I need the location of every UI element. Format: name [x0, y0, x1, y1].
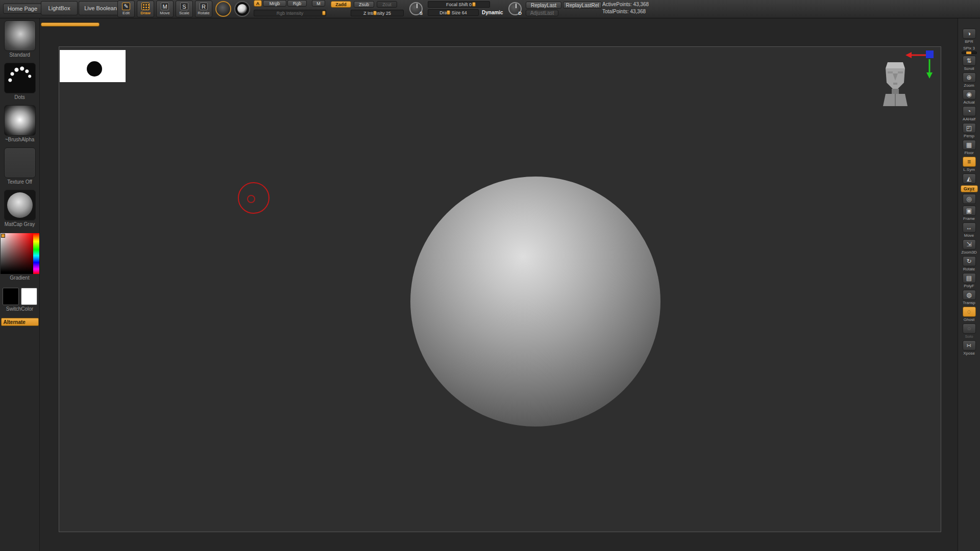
move-button[interactable]: M Move — [156, 1, 174, 17]
material-thumbnail[interactable] — [4, 190, 36, 220]
alpha-preview-card[interactable] — [60, 50, 126, 82]
stroke-dial[interactable]: S — [409, 2, 423, 15]
texture-label: Texture Off — [0, 179, 40, 185]
rotate-button[interactable]: R Rotate — [195, 1, 212, 17]
color-picker[interactable] — [1, 233, 39, 274]
move-label: Move — [160, 11, 170, 15]
gxyz-pill[interactable]: Gxyz — [961, 185, 978, 192]
move-3d-button[interactable]: ↔ Move — [959, 222, 979, 238]
current-material-preview[interactable] — [234, 1, 250, 17]
texture-thumbnail[interactable] — [4, 147, 36, 178]
z-intensity-slider[interactable]: Z Intensity 25 — [351, 10, 404, 16]
scale-button[interactable]: S Scale — [176, 1, 193, 17]
draw-size-slider[interactable]: Draw Size 64 — [428, 9, 479, 16]
zcut-button[interactable]: Zcut — [377, 1, 397, 8]
home-page-button[interactable]: Home Page — [3, 4, 42, 14]
camera-head-gizmo — [882, 59, 909, 113]
xpose-button[interactable]: ∺ Xpose — [959, 340, 979, 356]
scroll-button[interactable]: ⇅ Scroll — [959, 56, 979, 71]
active-points-readout: ActivePoints: 43,368 — [602, 2, 649, 7]
zsub-button[interactable]: Zsub — [354, 1, 374, 8]
local-symmetry-button[interactable]: ≡ L.Sym — [959, 157, 979, 172]
rgb-button[interactable]: Rgb — [287, 0, 307, 7]
brush-thumbnail[interactable] — [4, 20, 36, 51]
target-button[interactable]: ◎ — [959, 194, 979, 204]
focal-shift-text: Focal Shift 0 — [428, 2, 489, 7]
current-brush-preview[interactable] — [215, 1, 231, 17]
draw-button[interactable]: • Draw — [137, 1, 154, 17]
solo-icon: ○ — [963, 323, 976, 334]
switch-color-label: SwitchColor — [0, 306, 40, 312]
gxyz-button[interactable]: Gxyz — [959, 185, 979, 192]
hue-strip[interactable] — [33, 233, 39, 274]
draw-label: Draw — [140, 11, 151, 15]
adjust-last-button[interactable]: AdjustLast — [526, 10, 558, 16]
zoom-button[interactable]: ⊕ Zoom — [959, 72, 979, 88]
color-a-button[interactable]: A — [254, 0, 262, 7]
transparency-icon: ◍ — [963, 290, 976, 300]
lightbox-button[interactable]: LightBox — [41, 1, 78, 15]
floor-label: Floor — [964, 151, 973, 155]
local-pivot-icon: ◭ — [963, 173, 976, 184]
draw-size-handle[interactable] — [447, 10, 450, 15]
depth-dial[interactable]: D — [508, 2, 522, 15]
zadd-button[interactable]: Zadd — [331, 1, 351, 8]
live-boolean-button[interactable]: Live Boolean — [79, 1, 122, 15]
actual-size-button[interactable]: ◉ Actual — [959, 89, 979, 105]
focal-shift-slider[interactable]: Focal Shift 0 — [428, 1, 490, 8]
bpr-button[interactable]: ◑ BPR — [959, 29, 979, 44]
stroke-label: Dots — [0, 94, 40, 100]
replay-last-button[interactable]: ReplayLast — [526, 2, 561, 9]
dynamic-toggle[interactable]: Dynamic — [482, 10, 503, 15]
transparency-button[interactable]: ◍ Transp — [959, 290, 979, 305]
aahalf-label: AAHalf — [963, 117, 975, 121]
lightbox-drag-strip[interactable] — [41, 22, 100, 27]
focal-shift-handle[interactable] — [472, 2, 476, 7]
mrgb-button[interactable]: Mrgb — [263, 0, 286, 7]
secondary-color-swatch[interactable] — [21, 288, 37, 305]
xpose-label: Xpose — [963, 351, 975, 356]
ghost-icon: ◌ — [963, 307, 976, 317]
saturation-value-area[interactable] — [1, 233, 33, 274]
depth-dial-letter: D — [519, 11, 522, 16]
floor-grid-button[interactable]: ▦ Floor — [959, 140, 979, 155]
frame-button[interactable]: ▣ Frame — [959, 206, 979, 221]
local-pivot-button[interactable]: ◭ — [959, 173, 979, 184]
stroke-thumbnail[interactable] — [4, 63, 36, 93]
zoom-label: Zoom — [964, 83, 974, 88]
edit-button[interactable]: ✎ Edit — [117, 1, 135, 17]
z-intensity-text: Z Intensity 25 — [351, 11, 403, 16]
total-points-readout: TotalPoints: 43,368 — [602, 9, 646, 14]
document-canvas[interactable] — [59, 46, 941, 532]
alpha-label: ~BrushAlpha — [0, 137, 40, 142]
rotate-3d-icon: ↻ — [963, 256, 976, 266]
rgb-intensity-handle[interactable] — [322, 11, 326, 15]
persp-label: Persp — [964, 134, 974, 138]
draw-dots-icon: • — [141, 3, 150, 10]
zoom3d-label: Zoom3D — [961, 250, 977, 255]
move-icon: M — [161, 3, 169, 10]
main-color-swatch[interactable] — [3, 288, 19, 305]
alternate-button[interactable]: Alternate — [1, 318, 39, 326]
m-button[interactable]: M — [312, 0, 325, 7]
polyframe-button[interactable]: ▤ PolyF — [959, 273, 979, 288]
z-intensity-handle[interactable] — [373, 11, 377, 15]
spix-slider[interactable] — [962, 52, 977, 54]
spix-slider-item[interactable]: SPix 3 — [959, 45, 979, 54]
rotate-icon: R — [200, 3, 208, 10]
transp-label: Transp — [963, 300, 975, 305]
replay-last-rel-button[interactable]: ReplayLastRel — [563, 2, 602, 9]
zoom-3d-button[interactable]: ⇲ Zoom3D — [959, 239, 979, 255]
aahalf-button[interactable]: ◔ AAHalf — [959, 106, 979, 121]
rotate-3d-button[interactable]: ↻ Rotate — [959, 256, 979, 271]
perspective-button[interactable]: ◰ Persp — [959, 123, 979, 138]
move3d-label: Move — [964, 233, 974, 238]
solo-button[interactable]: ○ Solo — [959, 323, 979, 339]
spix-label: SPix 3 — [963, 46, 975, 51]
rotate-label: Rotate — [198, 11, 210, 15]
rgb-intensity-slider[interactable]: Rgb Intensity — [254, 10, 326, 16]
sphere3d-model[interactable] — [410, 177, 660, 427]
alpha-thumbnail[interactable] — [4, 105, 36, 136]
alpha-dot — [87, 61, 102, 77]
ghost-button[interactable]: ◌ Ghost — [959, 307, 979, 322]
